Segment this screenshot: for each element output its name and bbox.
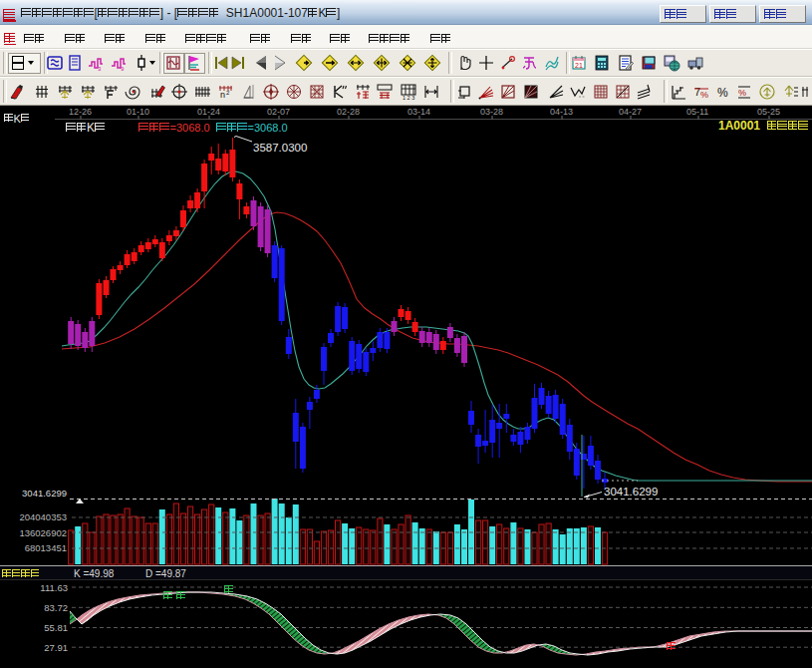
svg-text:1 2 3: 1 2 3 — [403, 95, 414, 101]
svg-text:2: 2 — [226, 90, 230, 96]
svg-text:%: % — [700, 90, 708, 100]
svg-text:9: 9 — [121, 66, 125, 72]
svg-text:3: 3 — [98, 66, 102, 72]
svg-text:%: % — [738, 88, 746, 98]
svg-text:n: n — [220, 90, 225, 100]
svg-text:21: 21 — [575, 62, 583, 69]
svg-text:%: % — [717, 86, 728, 100]
